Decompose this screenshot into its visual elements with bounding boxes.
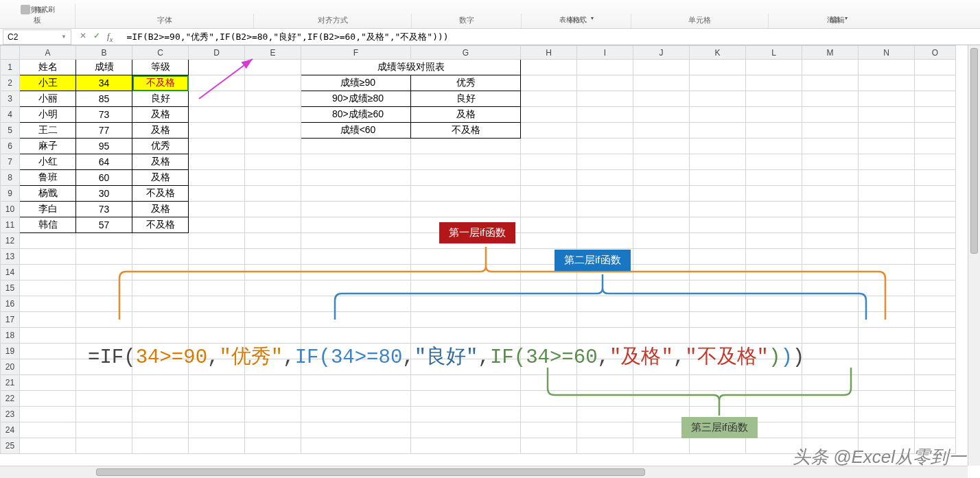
cell-L25[interactable] bbox=[746, 438, 802, 454]
row-header-15[interactable]: 15 bbox=[1, 280, 20, 296]
cell-E24[interactable] bbox=[245, 422, 301, 438]
cell-H2[interactable] bbox=[521, 75, 577, 91]
cell-J17[interactable] bbox=[633, 312, 690, 328]
cell-F4[interactable]: 80>成绩≥60 bbox=[301, 107, 411, 123]
cell-O15[interactable] bbox=[915, 280, 956, 296]
cell-D7[interactable] bbox=[189, 154, 245, 170]
cell-J16[interactable] bbox=[633, 296, 690, 312]
cell-A14[interactable] bbox=[20, 265, 76, 280]
cell-L8[interactable] bbox=[746, 170, 802, 186]
cell-N14[interactable] bbox=[859, 265, 915, 280]
cell-F8[interactable] bbox=[301, 170, 411, 186]
cell-H19[interactable] bbox=[521, 344, 577, 359]
cell-K17[interactable] bbox=[690, 312, 746, 328]
cell-K12[interactable] bbox=[690, 233, 746, 249]
cell-E9[interactable] bbox=[245, 186, 301, 202]
cell-B1[interactable]: 成绩 bbox=[76, 60, 132, 75]
cell-L11[interactable] bbox=[746, 217, 802, 233]
cell-O5[interactable] bbox=[915, 123, 956, 139]
cell-B25[interactable] bbox=[76, 438, 132, 454]
cell-F11[interactable] bbox=[301, 217, 411, 233]
cell-B14[interactable] bbox=[76, 265, 132, 280]
cell-G7[interactable] bbox=[411, 154, 521, 170]
cell-A23[interactable] bbox=[20, 407, 76, 422]
cell-E7[interactable] bbox=[245, 154, 301, 170]
cell-A4[interactable]: 小明 bbox=[20, 107, 76, 123]
cell-J5[interactable] bbox=[633, 123, 690, 139]
cell-E11[interactable] bbox=[245, 217, 301, 233]
cell-K19[interactable] bbox=[690, 344, 746, 359]
cell-M4[interactable] bbox=[802, 107, 859, 123]
cell-N11[interactable] bbox=[859, 217, 915, 233]
col-header-F[interactable]: F bbox=[301, 46, 411, 60]
cell-I9[interactable] bbox=[577, 186, 633, 202]
cell-H11[interactable] bbox=[521, 217, 577, 233]
cell-I2[interactable] bbox=[577, 75, 633, 91]
cell-B10[interactable]: 73 bbox=[76, 202, 132, 217]
cell-C8[interactable]: 及格 bbox=[132, 170, 189, 186]
cell-B4[interactable]: 73 bbox=[76, 107, 132, 123]
cell-H9[interactable] bbox=[521, 186, 577, 202]
cell-B17[interactable] bbox=[76, 312, 132, 328]
cell-C9[interactable]: 不及格 bbox=[132, 186, 189, 202]
cell-G24[interactable] bbox=[411, 422, 521, 438]
cell-G23[interactable] bbox=[411, 407, 521, 422]
cell-N7[interactable] bbox=[859, 154, 915, 170]
cell-K2[interactable] bbox=[690, 75, 746, 91]
cell-F12[interactable] bbox=[301, 233, 411, 249]
cell-F15[interactable] bbox=[301, 280, 411, 296]
cell-M11[interactable] bbox=[802, 217, 859, 233]
cell-H16[interactable] bbox=[521, 296, 577, 312]
cell-K4[interactable] bbox=[690, 107, 746, 123]
cell-A17[interactable] bbox=[20, 312, 76, 328]
row-header-13[interactable]: 13 bbox=[1, 249, 20, 265]
col-header-E[interactable]: E bbox=[245, 46, 301, 60]
cell-I12[interactable] bbox=[577, 233, 633, 249]
cell-E16[interactable] bbox=[245, 296, 301, 312]
cell-D2[interactable] bbox=[189, 75, 245, 91]
cell-H8[interactable] bbox=[521, 170, 577, 186]
cell-L12[interactable] bbox=[746, 233, 802, 249]
cell-M14[interactable] bbox=[802, 265, 859, 280]
cell-F6[interactable] bbox=[301, 139, 411, 154]
cell-O23[interactable] bbox=[915, 407, 956, 422]
cell-A19[interactable] bbox=[20, 344, 76, 359]
row-header-25[interactable]: 25 bbox=[1, 438, 20, 454]
cell-O7[interactable] bbox=[915, 154, 956, 170]
col-header-O[interactable]: O bbox=[915, 46, 956, 60]
cell-M16[interactable] bbox=[802, 296, 859, 312]
cell-D21[interactable] bbox=[189, 375, 245, 391]
cell-D22[interactable] bbox=[189, 391, 245, 407]
cell-K13[interactable] bbox=[690, 249, 746, 265]
cell-M22[interactable] bbox=[802, 391, 859, 407]
cell-A3[interactable]: 小丽 bbox=[20, 91, 76, 107]
cell-B13[interactable] bbox=[76, 249, 132, 265]
cell-K25[interactable] bbox=[690, 438, 746, 454]
cell-J15[interactable] bbox=[633, 280, 690, 296]
cell-C12[interactable] bbox=[132, 233, 189, 249]
cell-N25[interactable] bbox=[859, 438, 915, 454]
cell-B8[interactable]: 60 bbox=[76, 170, 132, 186]
cell-J22[interactable] bbox=[633, 391, 690, 407]
cell-O2[interactable] bbox=[915, 75, 956, 91]
cell-E23[interactable] bbox=[245, 407, 301, 422]
cell-B6[interactable]: 95 bbox=[76, 139, 132, 154]
cell-B5[interactable]: 77 bbox=[76, 123, 132, 139]
cell-B23[interactable] bbox=[76, 407, 132, 422]
select-all-corner[interactable] bbox=[1, 46, 20, 60]
cell-J8[interactable] bbox=[633, 170, 690, 186]
cell-I7[interactable] bbox=[577, 154, 633, 170]
row-header-10[interactable]: 10 bbox=[1, 202, 20, 217]
col-header-D[interactable]: D bbox=[189, 46, 245, 60]
cell-A21[interactable] bbox=[20, 375, 76, 391]
cell-J13[interactable] bbox=[633, 249, 690, 265]
cell-I11[interactable] bbox=[577, 217, 633, 233]
cell-M21[interactable] bbox=[802, 375, 859, 391]
row-header-4[interactable]: 4 bbox=[1, 107, 20, 123]
cell-B20[interactable] bbox=[76, 359, 132, 375]
cell-H15[interactable] bbox=[521, 280, 577, 296]
cell-F16[interactable] bbox=[301, 296, 411, 312]
cell-D5[interactable] bbox=[189, 123, 245, 139]
cell-N20[interactable] bbox=[859, 359, 915, 375]
cell-M9[interactable] bbox=[802, 186, 859, 202]
